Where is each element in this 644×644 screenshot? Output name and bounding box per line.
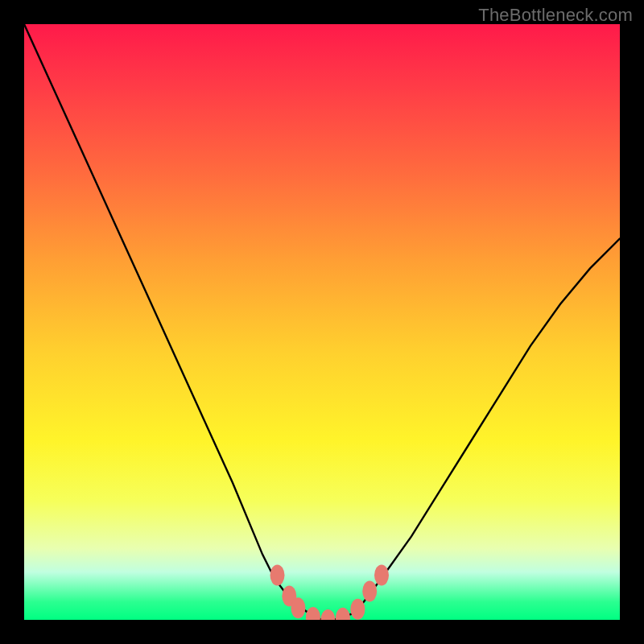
- chart-plot-area: [24, 24, 620, 620]
- watermark-text: TheBottleneck.com: [478, 5, 633, 26]
